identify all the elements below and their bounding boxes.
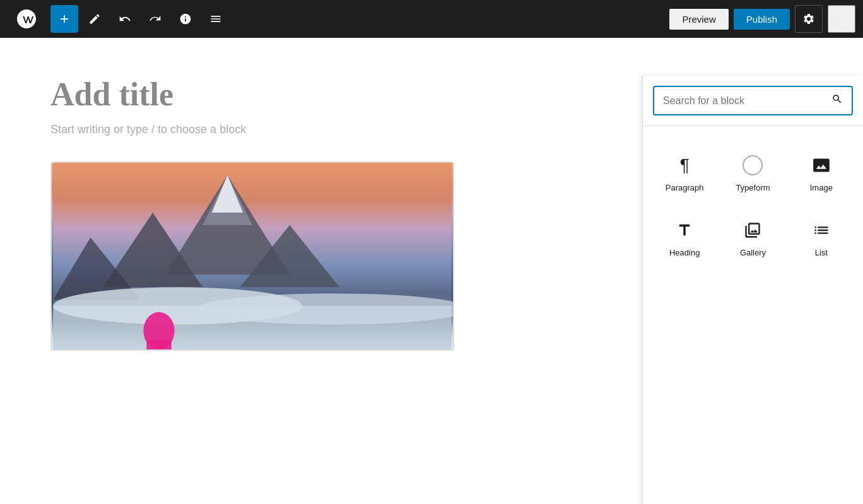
block-grid: ¶ Paragraph Typeform Image bbox=[643, 126, 863, 504]
header-right: Preview Publish ⋮ bbox=[669, 5, 855, 33]
block-item-gallery[interactable]: Gallery bbox=[721, 206, 784, 266]
block-item-image[interactable]: Image bbox=[790, 141, 853, 201]
image-label: Image bbox=[810, 183, 833, 192]
add-block-toolbar-button[interactable]: + bbox=[50, 5, 78, 33]
info-button[interactable] bbox=[172, 5, 199, 33]
heading-label: Heading bbox=[669, 248, 700, 257]
settings-button[interactable] bbox=[795, 5, 823, 33]
mountain-image bbox=[52, 163, 453, 349]
publish-button[interactable]: Publish bbox=[734, 9, 790, 30]
list-icon bbox=[810, 219, 833, 242]
heading-icon bbox=[673, 219, 696, 242]
list-view-button[interactable] bbox=[202, 5, 230, 33]
typeform-icon bbox=[741, 154, 764, 177]
block-inserter-panel: ¶ Paragraph Typeform Image bbox=[642, 76, 863, 504]
undo-button[interactable] bbox=[111, 5, 139, 33]
block-item-paragraph[interactable]: ¶ Paragraph bbox=[653, 141, 716, 201]
typeform-label: Typeform bbox=[736, 183, 770, 192]
paragraph-icon: ¶ bbox=[673, 154, 696, 177]
block-item-typeform[interactable]: Typeform bbox=[721, 141, 784, 201]
search-input[interactable] bbox=[663, 95, 825, 107]
list-label: List bbox=[815, 248, 828, 257]
block-item-heading[interactable]: Heading bbox=[653, 206, 716, 266]
image-block[interactable] bbox=[50, 161, 454, 351]
image-icon bbox=[810, 154, 833, 177]
preview-button[interactable]: Preview bbox=[669, 9, 728, 30]
search-container bbox=[643, 76, 863, 126]
search-box bbox=[653, 86, 853, 115]
svg-rect-11 bbox=[146, 340, 171, 349]
paragraph-label: Paragraph bbox=[666, 183, 704, 192]
redo-button[interactable] bbox=[141, 5, 169, 33]
wp-logo[interactable] bbox=[8, 0, 45, 38]
gallery-icon bbox=[741, 219, 764, 242]
block-item-list[interactable]: List bbox=[790, 206, 853, 266]
header-tools: + bbox=[50, 5, 664, 33]
more-options-button[interactable]: ⋮ bbox=[828, 5, 855, 33]
gallery-label: Gallery bbox=[740, 248, 766, 257]
search-icon bbox=[831, 93, 843, 108]
edit-button[interactable] bbox=[81, 5, 109, 33]
main-area: Add title Start writing or type / to cho… bbox=[0, 38, 863, 504]
header: + Preview Publish ⋮ bbox=[0, 0, 863, 38]
